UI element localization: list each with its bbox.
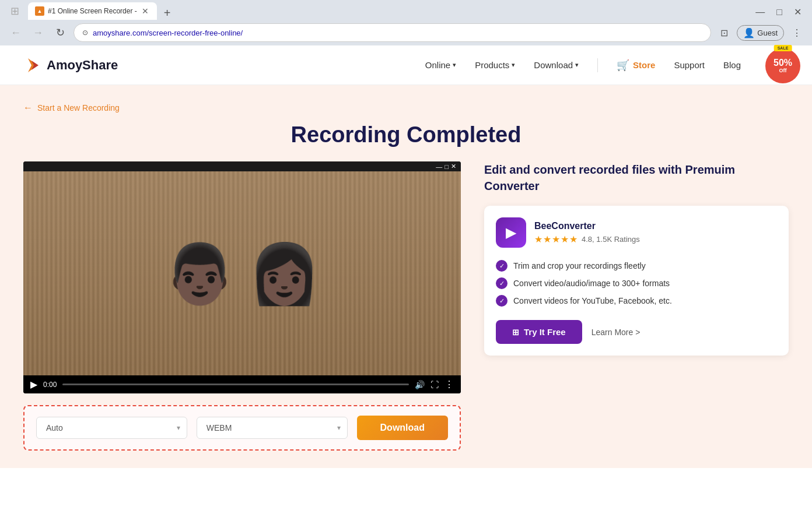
- sidebar-promo-heading: Edit and convert recorded files with Pre…: [484, 161, 789, 194]
- volume-button[interactable]: 🔊: [415, 380, 425, 389]
- restore-button[interactable]: □: [772, 5, 787, 20]
- person1: 👨🏿: [163, 244, 236, 303]
- play-button[interactable]: ▶: [30, 379, 37, 390]
- products-chevron-icon: ▾: [512, 61, 515, 69]
- person1-icon: 👨🏿: [163, 244, 236, 303]
- promo-card: ▶ BeeConverter ★★★★★ 4.8, 1.5K Ratings: [484, 206, 789, 356]
- close-button[interactable]: ✕: [789, 4, 806, 20]
- person2-icon: 👩🏿: [248, 244, 321, 303]
- nav-store[interactable]: 🛒 Store: [617, 59, 655, 72]
- new-tab-button[interactable]: +: [159, 6, 176, 20]
- video-restore-button[interactable]: □: [444, 163, 449, 170]
- video-more-button[interactable]: ⋮: [444, 379, 454, 390]
- logo[interactable]: AmoyShare: [23, 56, 118, 75]
- more-options-button[interactable]: ⋮: [789, 24, 805, 41]
- logo-text: AmoyShare: [47, 58, 118, 73]
- content-area: — □ ✕ 👨🏿 👩🏿: [23, 161, 789, 451]
- nav-products[interactable]: Products ▾: [475, 60, 515, 70]
- video-faces: 👨🏿 👩🏿: [23, 171, 461, 375]
- video-top-controls: — □ ✕: [23, 161, 461, 171]
- lock-icon: ⊙: [82, 29, 88, 37]
- back-button[interactable]: ←: [7, 24, 24, 41]
- website: AmoyShare Online ▾ Products ▾ Download ▾…: [0, 45, 812, 468]
- feature-list: ✓ Trim and crop your recordings fleetly …: [496, 257, 777, 309]
- quality-select-wrapper: Auto 720p 480p 360p ▾: [36, 417, 187, 439]
- app-icon: ▶: [496, 217, 526, 248]
- main-content: ← Start a New Recording Recording Comple…: [0, 85, 812, 468]
- nav-support[interactable]: Support: [674, 60, 705, 70]
- video-thumbnail: 👨🏿 👩🏿: [23, 171, 461, 375]
- promo-actions: ⊞ Try It Free Learn More >: [496, 320, 777, 344]
- tab-title: #1 Online Screen Recorder -: [48, 7, 137, 15]
- download-button[interactable]: Download: [357, 416, 448, 440]
- forward-button[interactable]: →: [29, 24, 47, 41]
- sidebar: Edit and convert recorded files with Pre…: [484, 161, 789, 356]
- check-icon-1: ✓: [496, 260, 508, 272]
- nav-divider: [597, 58, 598, 72]
- video-section: — □ ✕ 👨🏿 👩🏿: [23, 161, 461, 451]
- star-icons: ★★★★★: [534, 234, 578, 245]
- minimize-button[interactable]: —: [751, 5, 769, 20]
- active-tab[interactable]: ▲ #1 Online Screen Recorder - ✕: [28, 2, 157, 20]
- video-player: — □ ✕ 👨🏿 👩🏿: [23, 161, 461, 393]
- try-free-button[interactable]: ⊞ Try It Free: [496, 320, 582, 344]
- logo-icon: [23, 56, 42, 75]
- cast-button[interactable]: ⊡: [716, 24, 732, 41]
- sale-off-label: Off: [779, 68, 787, 73]
- quality-select[interactable]: Auto 720p 480p 360p: [36, 417, 187, 439]
- back-link[interactable]: ← Start a New Recording: [23, 103, 789, 113]
- refresh-button[interactable]: ↻: [51, 24, 69, 41]
- tab-favicon: ▲: [35, 6, 44, 16]
- check-icon-2: ✓: [496, 277, 508, 289]
- sale-badge[interactable]: SALE 50% Off: [765, 48, 800, 83]
- profile-button[interactable]: 👤 Guest: [737, 25, 784, 41]
- url-text: amoyshare.com/screen-recorder-free-onlin…: [93, 29, 702, 37]
- back-arrow-icon: ←: [23, 103, 33, 113]
- window-controls: — □ ✕: [751, 4, 806, 20]
- feature-item-3: ✓ Convert videos for YouTube, Facebook, …: [496, 292, 777, 309]
- nav-menu: Online ▾ Products ▾ Download ▾ 🛒 Store S…: [425, 57, 789, 74]
- download-chevron-icon: ▾: [575, 61, 579, 69]
- sale-ribbon-label: SALE: [774, 45, 792, 51]
- person2: 👩🏿: [248, 244, 321, 303]
- url-bar[interactable]: ⊙ amoyshare.com/screen-recorder-free-onl…: [74, 23, 711, 42]
- app-name: BeeConverter: [534, 221, 777, 231]
- profile-icon: 👤: [743, 27, 755, 38]
- video-close-button[interactable]: ✕: [451, 163, 456, 170]
- feature-item-2: ✓ Convert video/audio/image to 300+ form…: [496, 275, 777, 292]
- app-info: BeeConverter ★★★★★ 4.8, 1.5K Ratings: [534, 221, 777, 245]
- sale-percent: 50%: [774, 58, 792, 68]
- app-logo-icon: ▶: [506, 224, 516, 241]
- rating-text: 4.8, 1.5K Ratings: [582, 235, 640, 244]
- fullscreen-button[interactable]: ⛶: [430, 380, 439, 389]
- cart-icon: 🛒: [617, 59, 629, 72]
- page-title: Recording Completed: [23, 122, 789, 147]
- browser-window: ⊞ ▲ #1 Online Screen Recorder - ✕ + — □ …: [0, 0, 812, 45]
- nav-blog[interactable]: Blog: [723, 60, 741, 70]
- progress-bar[interactable]: [62, 384, 409, 385]
- tab-bar: ⊞ ▲ #1 Online Screen Recorder - ✕ + — □ …: [0, 0, 812, 20]
- format-select-wrapper: WEBM MP4 AVI ▾: [197, 417, 348, 439]
- download-bar: Auto 720p 480p 360p ▾ WEBM MP4 AVI: [23, 405, 461, 451]
- nav-online[interactable]: Online ▾: [425, 60, 456, 70]
- check-icon-3: ✓: [496, 295, 508, 307]
- nav-download[interactable]: Download ▾: [534, 60, 579, 70]
- video-controls-bar: ▶ 0:00 🔊 ⛶ ⋮: [23, 375, 461, 393]
- tab-list-button[interactable]: ⊞: [6, 2, 23, 20]
- promo-card-header: ▶ BeeConverter ★★★★★ 4.8, 1.5K Ratings: [496, 217, 777, 248]
- site-header: AmoyShare Online ▾ Products ▾ Download ▾…: [0, 45, 812, 85]
- online-chevron-icon: ▾: [453, 61, 456, 69]
- windows-icon: ⊞: [512, 328, 519, 337]
- format-select[interactable]: WEBM MP4 AVI: [197, 417, 348, 439]
- tab-close-button[interactable]: ✕: [141, 5, 150, 17]
- feature-item-1: ✓ Trim and crop your recordings fleetly: [496, 257, 777, 275]
- address-bar: ← → ↻ ⊙ amoyshare.com/screen-recorder-fr…: [0, 20, 812, 45]
- profile-label: Guest: [757, 29, 778, 37]
- video-minimize-button[interactable]: —: [436, 163, 442, 170]
- video-time: 0:00: [43, 381, 57, 389]
- learn-more-link[interactable]: Learn More >: [592, 328, 640, 337]
- app-rating: ★★★★★ 4.8, 1.5K Ratings: [534, 234, 777, 245]
